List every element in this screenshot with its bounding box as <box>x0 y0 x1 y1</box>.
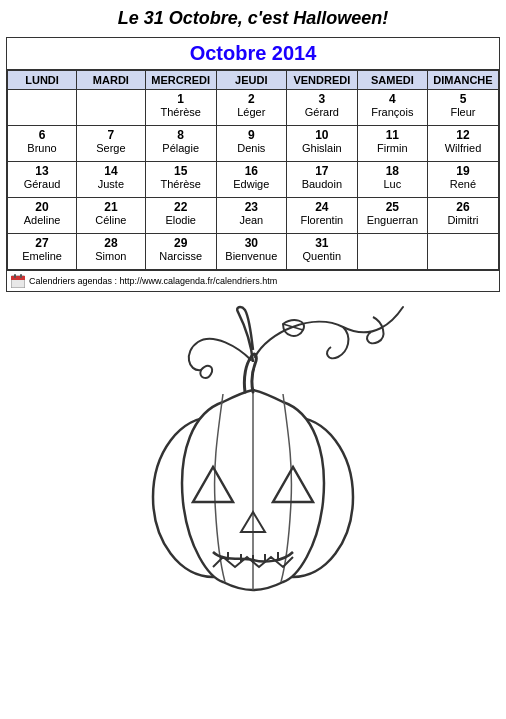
calendar-cell: 24Florentin <box>286 198 357 234</box>
day-saint-name: Jean <box>218 214 285 226</box>
calendar-cell: 26Dimitri <box>427 198 498 234</box>
calendar-month-header: Octobre 2014 <box>7 38 499 70</box>
day-saint-name: Adeline <box>9 214 75 226</box>
calendar-cell: 28Simon <box>77 234 146 270</box>
calendar-cell: 30Bienvenue <box>216 234 286 270</box>
calendar-cell: 17Baudoin <box>286 162 357 198</box>
calendar-cell: 15Thérèse <box>145 162 216 198</box>
day-number: 1 <box>147 92 215 106</box>
day-saint-name: Gérard <box>288 106 356 118</box>
day-saint-name: Fleur <box>429 106 497 118</box>
day-number: 3 <box>288 92 356 106</box>
column-header-mercredi: MERCREDI <box>145 71 216 90</box>
day-saint-name: Dimitri <box>429 214 497 226</box>
day-saint-name: Géraud <box>9 178 75 190</box>
day-saint-name: Thérèse <box>147 178 215 190</box>
footer-row: Calendriers agendas : http://www.calagen… <box>7 271 499 292</box>
day-number: 26 <box>429 200 497 214</box>
day-saint-name: Firmin <box>359 142 426 154</box>
calendar-body: 1Thérèse2Léger3Gérard4François5Fleur6Bru… <box>8 90 499 270</box>
day-number: 8 <box>147 128 215 142</box>
calendar-cell <box>357 234 427 270</box>
calendar-cell: 6Bruno <box>8 126 77 162</box>
svg-rect-3 <box>20 274 22 278</box>
day-saint-name: Ghislain <box>288 142 356 154</box>
day-number: 7 <box>78 128 144 142</box>
calendar-cell: 12Wilfried <box>427 126 498 162</box>
calendar-cell: 8Pélagie <box>145 126 216 162</box>
calendar-row-2: 13Géraud14Juste15Thérèse16Edwige17Baudoi… <box>8 162 499 198</box>
day-number: 17 <box>288 164 356 178</box>
calendar-cell: 22Elodie <box>145 198 216 234</box>
day-number: 18 <box>359 164 426 178</box>
day-saint-name: Luc <box>359 178 426 190</box>
day-number: 21 <box>78 200 144 214</box>
column-header-mardi: MARDI <box>77 71 146 90</box>
calendar-cell: 19René <box>427 162 498 198</box>
calendar-cell: 2Léger <box>216 90 286 126</box>
calendar-cell <box>427 234 498 270</box>
calendar-cell <box>77 90 146 126</box>
calendar-cell: 27Emeline <box>8 234 77 270</box>
calendar-row-3: 20Adeline21Céline22Elodie23Jean24Florent… <box>8 198 499 234</box>
day-saint-name: Léger <box>218 106 285 118</box>
day-number: 30 <box>218 236 285 250</box>
calendar-row-1: 6Bruno7Serge8Pélagie9Denis10Ghislain11Fi… <box>8 126 499 162</box>
day-saint-name: Simon <box>78 250 144 262</box>
column-header-dimanche: DIMANCHE <box>427 71 498 90</box>
day-number: 16 <box>218 164 285 178</box>
day-saint-name: Enguerran <box>359 214 426 226</box>
day-number: 29 <box>147 236 215 250</box>
calendar-cell: 14Juste <box>77 162 146 198</box>
svg-rect-1 <box>11 276 25 280</box>
day-number: 6 <box>9 128 75 142</box>
day-number: 19 <box>429 164 497 178</box>
calendar-wrapper: Octobre 2014 LUNDIMARDIMERCREDIJEUDIVEND… <box>6 37 500 292</box>
day-saint-name: Florentin <box>288 214 356 226</box>
day-number: 13 <box>9 164 75 178</box>
day-saint-name: René <box>429 178 497 190</box>
day-saint-name: Wilfried <box>429 142 497 154</box>
day-number: 15 <box>147 164 215 178</box>
calendar-cell: 25Enguerran <box>357 198 427 234</box>
footer-text: Calendriers agendas : http://www.calagen… <box>29 276 277 286</box>
day-number: 11 <box>359 128 426 142</box>
pumpkin-illustration <box>83 302 423 642</box>
calendar-cell <box>8 90 77 126</box>
column-header-jeudi: JEUDI <box>216 71 286 90</box>
day-saint-name: François <box>359 106 426 118</box>
calendar-cell: 16Edwige <box>216 162 286 198</box>
calendar-row-4: 27Emeline28Simon29Narcisse30Bienvenue31Q… <box>8 234 499 270</box>
day-saint-name: Thérèse <box>147 106 215 118</box>
day-saint-name: Juste <box>78 178 144 190</box>
pumpkin-section <box>6 292 500 642</box>
day-number: 12 <box>429 128 497 142</box>
day-saint-name: Bruno <box>9 142 75 154</box>
day-saint-name: Edwige <box>218 178 285 190</box>
calendar-cell: 31Quentin <box>286 234 357 270</box>
calendar-cell: 5Fleur <box>427 90 498 126</box>
day-saint-name: Bienvenue <box>218 250 285 262</box>
calendar-cell: 29Narcisse <box>145 234 216 270</box>
day-saint-name: Serge <box>78 142 144 154</box>
day-number: 22 <box>147 200 215 214</box>
calendar-cell: 11Firmin <box>357 126 427 162</box>
day-saint-name: Céline <box>78 214 144 226</box>
calendar-cell: 13Géraud <box>8 162 77 198</box>
day-saint-name: Pélagie <box>147 142 215 154</box>
calendar-table: LUNDIMARDIMERCREDIJEUDIVENDREDISAMEDIDIM… <box>7 70 499 270</box>
day-number: 24 <box>288 200 356 214</box>
day-saint-name: Quentin <box>288 250 356 262</box>
calendar-cell: 23Jean <box>216 198 286 234</box>
day-number: 28 <box>78 236 144 250</box>
day-number: 23 <box>218 200 285 214</box>
day-number: 14 <box>78 164 144 178</box>
day-number: 20 <box>9 200 75 214</box>
column-header-samedi: SAMEDI <box>357 71 427 90</box>
day-number: 27 <box>9 236 75 250</box>
day-saint-name: Narcisse <box>147 250 215 262</box>
day-number: 9 <box>218 128 285 142</box>
day-saint-name: Baudoin <box>288 178 356 190</box>
page-container: Le 31 Octobre, c'est Halloween! Octobre … <box>0 0 506 648</box>
day-number: 31 <box>288 236 356 250</box>
